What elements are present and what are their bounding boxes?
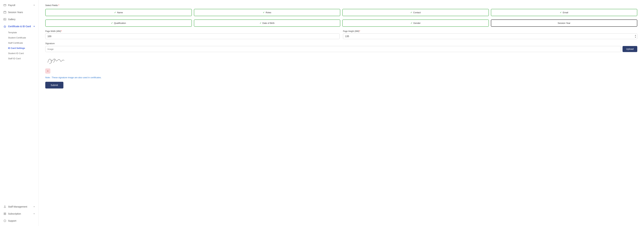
field-email-label: Email [563, 11, 568, 14]
sidebar-item-certificate-label: Certificate & ID Card [8, 25, 31, 28]
chevron-down-icon: ▼ [33, 4, 35, 6]
page-height-spinner: ▲ ▼ [343, 34, 637, 39]
sidebar-sub-item-staff-certificate[interactable]: Staff Certificate [8, 40, 38, 46]
spinner-buttons: ▲ ▼ [634, 34, 637, 38]
field-contact-label: Contact [413, 11, 421, 14]
sidebar-sub-item-template[interactable]: Template [8, 30, 38, 35]
field-btn-session-year[interactable]: Session Year [491, 20, 638, 27]
delete-signature-button[interactable]: × [45, 69, 50, 74]
sidebar-item-session-years-label: Session Years [8, 11, 23, 14]
check-icon: ✓ [410, 22, 412, 24]
select-fields-label: Select Fields * [45, 4, 637, 7]
sidebar-item-certificate-id-card[interactable]: Certificate & ID Card ▼ [0, 23, 38, 30]
field-btn-roles[interactable]: ✓ Roles [194, 9, 340, 16]
signature-label: Signature [45, 42, 637, 45]
sidebar-item-gallery-label: Gallery [8, 18, 16, 21]
field-btn-date-of-birth[interactable]: ✓ Date of Birth [194, 20, 340, 27]
submit-button[interactable]: Submit [45, 82, 64, 89]
sidebar-item-staff-management[interactable]: Staff Management ▼ [0, 203, 38, 210]
sidebar-item-support[interactable]: ? Support [0, 217, 38, 224]
signature-image-input[interactable] [45, 46, 621, 52]
check-icon: ✓ [111, 22, 113, 24]
sidebar-item-staff-management-label: Staff Management [8, 205, 27, 208]
signature-svg [46, 56, 66, 65]
main-content: Select Fields * ✓ Name ✓ Roles ✓ Contact… [38, 0, 644, 226]
svg-rect-0 [4, 4, 6, 6]
signature-input-row: Upload [45, 46, 637, 52]
sidebar-sub-item-student-certificate[interactable]: Student Certificate [8, 35, 38, 40]
sidebar-item-session-years[interactable]: Session Years [0, 9, 38, 16]
check-icon: ✓ [260, 22, 262, 24]
spinner-down-button[interactable]: ▼ [634, 36, 637, 38]
required-marker: * [359, 30, 360, 32]
page-height-label: Page Height (MM)* [343, 30, 637, 32]
sidebar-sub-item-id-card-settings[interactable]: ID Card Settings [8, 46, 38, 51]
page-width-input[interactable] [45, 34, 340, 39]
page-width-group: Page Width (MM)* [45, 30, 340, 39]
field-btn-qualification[interactable]: ✓ Qualification [45, 20, 192, 27]
check-icon: ✓ [263, 11, 265, 14]
field-btn-gender[interactable]: ✓ Gender [342, 20, 489, 27]
svg-rect-13 [5, 214, 6, 215]
check-icon: ✓ [560, 11, 562, 14]
trophy-icon [3, 25, 6, 28]
svg-point-8 [4, 206, 5, 207]
chevron-down-icon: ▼ [33, 25, 35, 27]
field-btn-email[interactable]: ✓ Email [491, 9, 638, 16]
page-height-input[interactable] [343, 34, 637, 39]
field-name-label: Name [117, 11, 123, 14]
sidebar-item-payroll[interactable]: Payroll ▼ [0, 2, 38, 9]
fields-row-2: ✓ Qualification ✓ Date of Birth ✓ Gender… [45, 20, 637, 27]
chevron-down-icon: ▼ [33, 213, 35, 215]
delete-icon: × [47, 70, 48, 72]
sidebar-item-gallery[interactable]: Gallery [0, 16, 38, 23]
sidebar-item-subscription[interactable]: Subscription ▼ [0, 210, 38, 217]
required-marker: * [61, 30, 62, 32]
field-qualification-label: Qualification [114, 22, 126, 24]
check-icon: ✓ [114, 11, 116, 14]
upload-button[interactable]: Upload [622, 46, 637, 52]
field-session-year-label: Session Year [558, 22, 570, 24]
payroll-icon [3, 4, 6, 7]
page-dimensions-row: Page Width (MM)* Page Height (MM)* ▲ ▼ [45, 30, 637, 39]
field-gender-label: Gender [414, 22, 420, 24]
page-width-label: Page Width (MM)* [45, 30, 340, 32]
calendar-icon [3, 11, 6, 14]
svg-rect-10 [4, 213, 5, 213]
sidebar-item-support-label: Support [8, 219, 16, 222]
required-marker: * [58, 4, 59, 7]
field-roles-label: Roles [266, 11, 271, 14]
question-icon: ? [3, 219, 6, 222]
signature-preview [45, 54, 67, 66]
svg-rect-6 [4, 18, 6, 20]
field-dob-label: Date of Birth [262, 22, 274, 24]
sidebar-sub-item-staff-id-card[interactable]: Staff ID Card [8, 56, 38, 61]
sidebar-item-payroll-label: Payroll [8, 4, 15, 7]
sidebar: Payroll ▼ Session Years Gallery Certific… [0, 0, 38, 226]
spinner-up-button[interactable]: ▲ [634, 34, 637, 36]
check-icon: ✓ [410, 11, 412, 14]
svg-rect-12 [4, 214, 5, 215]
signature-section: Signature Upload × [45, 42, 637, 74]
svg-rect-11 [5, 213, 6, 213]
svg-text:?: ? [4, 220, 5, 222]
gallery-icon [3, 18, 6, 21]
svg-rect-2 [4, 11, 6, 14]
chevron-down-icon: ▼ [33, 206, 35, 208]
puzzle-icon [3, 212, 6, 215]
page-height-group: Page Height (MM)* ▲ ▼ [343, 30, 637, 39]
sidebar-sub-item-student-id-card[interactable]: Student ID Card [8, 51, 38, 56]
field-btn-contact[interactable]: ✓ Contact [342, 9, 489, 16]
staff-icon [3, 205, 6, 208]
signature-image-box [45, 54, 637, 66]
fields-row-1: ✓ Name ✓ Roles ✓ Contact ✓ Email [45, 9, 637, 16]
note-text: Note : These signature image are also us… [45, 76, 637, 79]
sidebar-item-subscription-label: Subscription [8, 212, 21, 215]
field-btn-name[interactable]: ✓ Name [45, 9, 192, 16]
sidebar-sub-menu: Template Student Certificate Staff Certi… [0, 30, 38, 61]
